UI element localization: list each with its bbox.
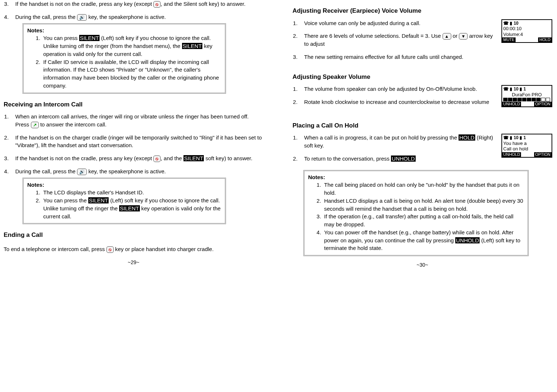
unhold-key-label: UNHOLD	[455, 237, 480, 243]
softkey-hold: HOLD	[538, 37, 552, 42]
softkey-unhold: UNHOLD	[502, 152, 521, 157]
intercom-steps: When an intercom call arrives, the ringe…	[4, 113, 263, 224]
hold-steps: When a call is in progress, it can be pu…	[292, 134, 499, 167]
lcd-volume-bar	[503, 98, 550, 101]
notes-box-2: Notes: The LCD displays the caller's Han…	[23, 178, 226, 225]
step-4: During the call, press the 🔊 key, the sp…	[10, 13, 263, 94]
notes-title: Notes:	[308, 173, 524, 181]
lcd-name-line: DuraFon PRO	[503, 92, 550, 98]
note-item: If the operation (e.g., call transfer) a…	[323, 213, 524, 229]
lcd-timer: 00:00:10	[503, 26, 550, 32]
lcd-volume-line: Volume:4	[503, 32, 550, 37]
note-item: The call being placed on hold can only b…	[323, 181, 524, 197]
step: The volume from speaker can only be adju…	[299, 85, 499, 93]
lcd-msg-line-2: Call on hold	[503, 146, 550, 152]
step: To return to the conversation, press UNH…	[299, 155, 499, 163]
lcd-speaker: ☎ ▮ 10 ▮ 1 DuraFon PRO UNHOLD OPTION	[501, 85, 552, 107]
lcd-softkeys: UNHOLD OPTION	[502, 102, 552, 106]
end-key-icon: ⦸	[153, 1, 161, 8]
ending-text: To end a telephone or intercom call, pre…	[4, 245, 263, 253]
silent-key-label: SILENT	[183, 155, 204, 161]
notes-title: Notes:	[27, 27, 221, 35]
step: If the handset is on the charger cradle …	[10, 134, 263, 150]
receiver-volume-steps: Voice volume can only be adjusted during…	[292, 19, 499, 66]
answer-call-steps-cont: If the handset is not on the cradle, pre…	[4, 0, 263, 94]
lcd-receiver-volume: ☎ ▮ 10 00:00:10 Volume:4 MUTE HOLD	[501, 19, 552, 43]
up-arrow-key-icon: ▲	[443, 33, 451, 40]
heading-receiver-volume: Adjusting Receiver (Earpiece) Voice Volu…	[292, 7, 552, 16]
heading-hold: Placing a Call On Hold	[292, 121, 552, 130]
page-29: If the handset is not on the cradle, pre…	[0, 0, 267, 268]
step: During the call, press the 🔊 key, the sp…	[10, 167, 263, 225]
lcd-status-line: ☎ ▮ 10 ▮ 1	[503, 135, 550, 140]
lcd-hold: ☎ ▮ 10 ▮ 1 You have a Call on hold UNHOL…	[501, 134, 552, 158]
lcd-softkeys: MUTE HOLD	[502, 37, 552, 42]
step: Rotate knob clockwise to increase and co…	[299, 98, 499, 106]
step: When a call is in progress, it can be pu…	[299, 134, 499, 150]
silent-key-label: SILENT	[88, 197, 109, 203]
speaker-key-icon: 🔊	[77, 14, 87, 21]
step-3: If the handset is not on the cradle, pre…	[10, 0, 263, 8]
page-30: Adjusting Receiver (Earpiece) Voice Volu…	[289, 0, 556, 268]
step: If the handset is not on the cradle, pre…	[10, 154, 263, 162]
unhold-key-label: UNHOLD	[391, 155, 415, 162]
end-key-icon: ⦸	[153, 155, 161, 162]
silent-key-label: SILENT	[182, 43, 203, 49]
lcd-msg-line-1: You have a	[503, 141, 550, 146]
page-spread: If the handset is not on the cradle, pre…	[0, 0, 557, 276]
softkey-unhold: UNHOLD	[502, 102, 521, 106]
step: There are 6 levels of volume selections.…	[299, 32, 499, 48]
notes-list: You can press SILENT (Left) soft key if …	[27, 34, 221, 89]
silent-key-label: SILENT	[79, 35, 100, 41]
page-number-29: ~29~	[4, 259, 263, 266]
notes-list: The call being placed on hold can only b…	[308, 181, 524, 252]
note-item: The LCD displays the caller's Handset ID…	[42, 189, 221, 197]
hold-key-label: HOLD	[459, 134, 475, 141]
softkey-option: OPTION	[534, 152, 552, 157]
page-number-30: ~30~	[292, 261, 552, 268]
down-arrow-key-icon: ▼	[459, 33, 468, 40]
notes-box-1: Notes: You can press SILENT (Left) soft …	[23, 23, 226, 94]
step: The new setting remains effective for al…	[299, 53, 499, 61]
speaker-volume-steps: The volume from speaker can only be adju…	[292, 85, 499, 111]
heading-speaker-volume: Adjusting Speaker Volume	[292, 73, 552, 82]
notes-list: The LCD displays the caller's Handset ID…	[27, 189, 221, 220]
note-item: If Caller ID service is available, the L…	[42, 58, 221, 90]
silent-key-label: SILENT	[119, 205, 140, 211]
notes-box-3: Notes: The call being placed on hold can…	[303, 170, 529, 256]
step: Voice volume can only be adjusted during…	[299, 19, 499, 27]
lcd-softkeys: UNHOLD OPTION	[502, 152, 552, 157]
heading-ending: Ending a Call	[4, 231, 263, 240]
notes-title: Notes:	[27, 181, 221, 189]
note-item: Handset LCD displays a call is being on …	[323, 197, 524, 213]
softkey-mute: MUTE	[502, 37, 516, 42]
note-item: You can press the SILENT (Left) soft key…	[42, 197, 221, 220]
note-item: You can press SILENT (Left) soft key if …	[42, 34, 221, 58]
step: When an intercom call arrives, the ringe…	[10, 113, 263, 129]
lcd-status-line: ☎ ▮ 10	[503, 21, 550, 26]
end-key-icon: ⦸	[106, 246, 114, 253]
lcd-status-line: ☎ ▮ 10 ▮ 1	[503, 86, 550, 92]
note-item: You can power off the handset (e.g., cha…	[323, 229, 524, 252]
softkey-option: OPTION	[534, 102, 552, 106]
heading-intercom: Receiving an Intercom Call	[4, 100, 263, 109]
speaker-key-icon: 🔊	[77, 169, 87, 175]
talk-key-icon: ↗	[31, 122, 39, 128]
